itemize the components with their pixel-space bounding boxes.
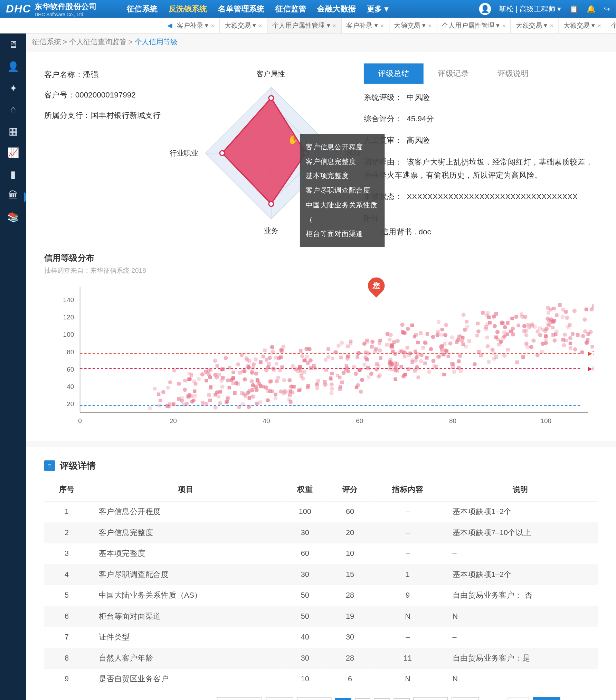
svg-rect-379 [209, 386, 212, 390]
svg-rect-383 [185, 402, 188, 405]
clipboard-icon[interactable]: 📋 [569, 5, 578, 13]
page-jump-input[interactable] [508, 698, 529, 700]
svg-rect-479 [555, 313, 558, 317]
svg-point-396 [257, 382, 261, 386]
svg-point-531 [590, 307, 594, 311]
svg-rect-335 [388, 367, 391, 371]
logout-icon[interactable]: ↪ [604, 5, 610, 13]
svg-rect-514 [485, 335, 489, 339]
svg-rect-509 [287, 398, 291, 401]
svg-rect-511 [554, 332, 557, 336]
svg-point-449 [183, 388, 187, 392]
svg-point-550 [275, 379, 279, 383]
sidebar-books-icon[interactable]: 📚 [8, 212, 18, 222]
page-4[interactable]: 4 [394, 698, 409, 700]
svg-point-447 [424, 341, 428, 345]
tab-4[interactable]: 大额交易 ▾ × [389, 18, 437, 33]
svg-point-322 [360, 377, 364, 382]
svg-rect-382 [365, 338, 369, 342]
sidebar-book-icon[interactable]: ▮ [8, 169, 18, 179]
svg-rect-399 [496, 337, 500, 341]
svg-rect-199 [426, 332, 429, 335]
tab-6[interactable]: 大额交易 ▾ × [511, 18, 559, 33]
avatar[interactable]: 👤 [479, 3, 491, 15]
sumtab-desc[interactable]: 评级说明 [483, 63, 543, 84]
svg-rect-505 [367, 375, 370, 379]
svg-point-190 [208, 375, 212, 379]
svg-point-402 [247, 404, 251, 409]
nav-0[interactable]: 征信系统 [127, 3, 158, 14]
svg-point-146 [168, 380, 172, 384]
tab-1[interactable]: 大额交易 ▾ × [220, 18, 267, 33]
page-next[interactable]: 下一页 [413, 697, 448, 700]
svg-point-533 [566, 325, 570, 329]
nav-4[interactable]: 金融大数据 [317, 3, 356, 14]
svg-point-397 [563, 332, 567, 336]
sumtab-summary[interactable]: 评级总结 [364, 63, 424, 84]
svg-point-524 [345, 356, 350, 361]
nav-2[interactable]: 名单管理系统 [218, 3, 265, 14]
sidebar-camera-icon[interactable]: ✦ [8, 83, 18, 93]
svg-rect-456 [419, 331, 423, 335]
page-last[interactable]: 尾页 [452, 697, 479, 700]
tab-5[interactable]: 个人用户属性管理 ▾ × [437, 18, 511, 33]
svg-rect-471 [451, 365, 455, 368]
page-3[interactable]: 3 [374, 698, 390, 700]
svg-point-380 [400, 349, 404, 353]
nav-1[interactable]: 反洗钱系统 [169, 3, 207, 14]
svg-rect-483 [244, 394, 247, 398]
tab-0[interactable]: 客户补录 ▾ × [172, 18, 220, 33]
tab-8[interactable]: 个 [606, 18, 616, 33]
tab-2[interactable]: 个人用户属性管理 ▾ × [267, 18, 341, 33]
svg-point-103 [419, 359, 423, 363]
page-1[interactable]: 1 [335, 698, 351, 700]
svg-point-493 [226, 378, 230, 382]
page-prev[interactable]: 上一页 [297, 697, 331, 700]
sidebar-monitor-icon[interactable]: 🖥 [8, 39, 18, 50]
bell-icon[interactable]: 🔔 [587, 5, 596, 13]
sidebar-home-icon[interactable]: ⌂ [8, 104, 18, 115]
svg-rect-112 [551, 326, 555, 329]
svg-point-444 [544, 327, 549, 331]
sidebar-chart-icon[interactable]: 📈 [8, 147, 18, 158]
page-size-select[interactable]: 每页显示 [217, 697, 262, 700]
user-name[interactable]: 靳松 | 高级工程师 ▾ [499, 4, 561, 14]
page-jump-ok[interactable]: 确认 [533, 697, 560, 700]
svg-rect-192 [506, 348, 510, 351]
sumtab-history[interactable]: 评级记录 [424, 63, 483, 84]
svg-rect-441 [187, 377, 191, 381]
svg-rect-269 [406, 346, 409, 349]
svg-point-466 [270, 345, 274, 349]
svg-rect-467 [378, 338, 382, 342]
svg-point-532 [564, 309, 568, 314]
page-2[interactable]: 2 [354, 698, 370, 700]
sidebar-user-icon[interactable]: 👤 [8, 61, 18, 72]
svg-point-481 [536, 329, 540, 333]
sidebar-grid-icon[interactable]: ▦ [8, 125, 18, 136]
svg-point-342 [582, 317, 587, 321]
svg-point-74 [276, 375, 280, 380]
svg-text:0: 0 [78, 417, 82, 424]
svg-rect-543 [346, 344, 350, 348]
nav-5[interactable]: 更多 ▾ [367, 3, 389, 14]
svg-point-490 [326, 355, 331, 359]
svg-point-71 [237, 405, 241, 409]
tab-3[interactable]: 客户补录 ▾ × [342, 18, 389, 33]
tabs-scroll-left[interactable]: ◀ [167, 21, 172, 29]
svg-rect-472 [494, 312, 498, 315]
svg-rect-301 [517, 324, 520, 327]
svg-point-409 [573, 347, 577, 351]
svg-rect-263 [153, 386, 157, 390]
sidebar-building-icon[interactable]: 🏛 [8, 190, 18, 201]
nav-3[interactable]: 征信监管 [275, 3, 306, 14]
svg-point-527 [284, 390, 288, 394]
page-first[interactable]: 首页 [266, 697, 293, 700]
scatter-chart: 20406080100120140020406080100▶78.14▶60.6… [44, 281, 598, 436]
svg-rect-305 [299, 349, 302, 352]
svg-rect-70 [157, 392, 160, 396]
svg-point-413 [268, 355, 272, 360]
tab-7[interactable]: 大额交易 ▾ × [559, 18, 606, 33]
svg-rect-432 [457, 335, 461, 338]
svg-rect-351 [547, 311, 550, 314]
attachment-link[interactable]: 信用背书 . doc [381, 227, 431, 236]
